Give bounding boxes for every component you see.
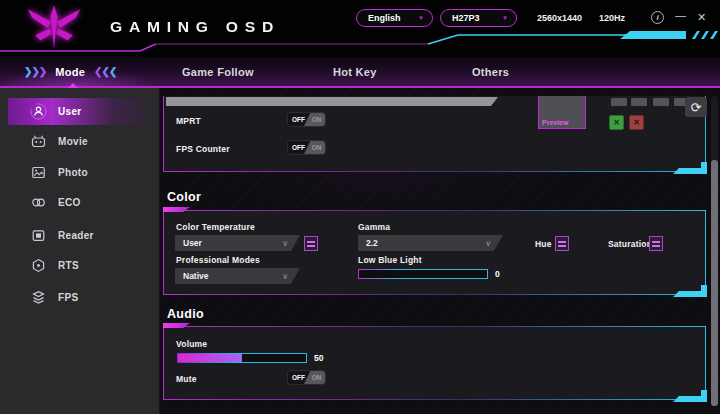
sidebar-item-label: FPS [58, 292, 78, 303]
professional-modes-label: Professional Modes [176, 255, 260, 265]
chevron-down-icon: ∨ [282, 239, 288, 248]
panel-display-settings: MPRT OFF ON FPS Counter OFF ON Preview ✕… [163, 96, 706, 172]
content-area: MPRT OFF ON FPS Counter OFF ON Preview ✕… [160, 88, 720, 414]
sidebar-item-label: Photo [58, 167, 88, 178]
chevron-down-icon: ▼ [502, 15, 508, 21]
rts-icon [30, 257, 47, 274]
mprt-toggle[interactable]: OFF ON [288, 113, 325, 126]
eco-icon [30, 194, 47, 211]
sidebar-item-label: User [58, 106, 81, 117]
sidebar-item-user[interactable]: User [0, 98, 160, 125]
cutoff-slider-bar[interactable] [166, 97, 498, 106]
color-section-heading: Color [167, 190, 201, 204]
low-blue-light-label: Low Blue Light [358, 255, 422, 265]
cutoff-button[interactable] [631, 98, 647, 106]
volume-value: 50 [314, 353, 323, 363]
scrollbar [711, 96, 718, 406]
hue-adjust-button[interactable] [555, 236, 569, 251]
panel-corner-accent [667, 282, 707, 297]
close-button[interactable]: ✕ [697, 11, 706, 24]
photo-icon [30, 164, 47, 181]
minimize-button[interactable]: — [675, 9, 686, 22]
nav-tabs: ❯❯❯ Mode ❮❮❮ Game Follow Hot Key Others [0, 57, 720, 88]
volume-slider[interactable] [177, 353, 307, 363]
mprt-label: MPRT [176, 116, 201, 126]
resolution-readout: 2560x1440 [537, 13, 582, 23]
panel-corner-accent [667, 159, 707, 174]
sidebar: User Movie Photo ECO [0, 88, 160, 414]
sidebar-item-movie[interactable]: Movie [0, 128, 160, 155]
mute-label: Mute [176, 374, 197, 384]
volume-label: Volume [176, 339, 207, 349]
panel-top-accent [163, 207, 190, 212]
gamma-value: 2.2 [366, 238, 378, 248]
sidebar-item-photo[interactable]: Photo [0, 159, 160, 186]
chevron-down-icon: ▼ [418, 15, 424, 21]
gaming-osd-window: GAMING OSD English ▼ H27P3 ▼ 2560x1440 1… [0, 0, 720, 414]
user-icon [30, 103, 47, 120]
scrollbar-thumb[interactable] [711, 160, 718, 406]
professional-modes-select[interactable]: Native ∨ [175, 268, 300, 284]
preview-label: Preview [542, 119, 568, 126]
preview-box: Preview [538, 96, 586, 129]
gamma-select[interactable]: 2.2 ∨ [358, 235, 503, 251]
fps-icon [30, 289, 47, 306]
panel-top-accent [163, 323, 190, 328]
language-value: English [368, 13, 401, 23]
cutoff-button[interactable] [653, 98, 669, 106]
color-temperature-label: Color Temperature [176, 222, 255, 232]
movie-icon [30, 133, 47, 150]
model-select[interactable]: H27P3 ▼ [440, 9, 517, 27]
cutoff-button[interactable] [611, 98, 627, 106]
cancel-red-x-button[interactable]: ✕ [629, 115, 644, 130]
tab-others[interactable]: Others [472, 57, 509, 86]
info-icon[interactable]: i [651, 11, 664, 24]
panel-audio: Volume 50 Mute OFF ON [163, 326, 706, 400]
tab-hot-key[interactable]: Hot Key [333, 57, 377, 86]
sidebar-item-reader[interactable]: Reader [0, 222, 160, 249]
panel-corner-accent [667, 387, 707, 402]
apply-green-x-button[interactable]: ✕ [609, 115, 624, 130]
panel-color: Color Temperature User ∨ Gamma 2.2 ∨ Hue… [163, 210, 706, 295]
tab-mode-label: Mode [55, 66, 85, 78]
audio-section-heading: Audio [167, 307, 204, 321]
refresh-icon[interactable]: ⟳ [685, 97, 707, 117]
slider-fill [178, 354, 242, 362]
sidebar-item-label: ECO [58, 197, 81, 208]
sidebar-item-label: RTS [58, 260, 79, 271]
hue-label: Hue [535, 239, 552, 249]
model-value: H27P3 [452, 13, 480, 23]
title-bar: GAMING OSD English ▼ H27P3 ▼ 2560x1440 1… [0, 0, 720, 57]
refresh-rate-readout: 120Hz [599, 13, 625, 23]
mute-toggle[interactable]: OFF ON [288, 371, 325, 384]
tab-game-follow[interactable]: Game Follow [182, 57, 254, 86]
sidebar-item-eco[interactable]: ECO [0, 189, 160, 216]
chevron-down-icon: ∨ [485, 239, 491, 248]
reader-icon [30, 227, 47, 244]
brand-logo-icon [22, 4, 86, 50]
fps-counter-toggle[interactable]: OFF ON [288, 141, 325, 154]
sidebar-item-label: Reader [58, 230, 94, 241]
app-title: GAMING OSD [110, 19, 280, 35]
sidebar-item-fps[interactable]: FPS [0, 284, 160, 311]
sidebar-item-label: Movie [58, 136, 88, 147]
saturation-label: Saturation [608, 239, 652, 249]
saturation-adjust-button[interactable] [649, 236, 663, 251]
low-blue-light-value: 0 [495, 269, 500, 279]
gamma-label: Gamma [358, 222, 390, 232]
color-temperature-adjust-button[interactable] [304, 236, 318, 251]
active-tab-right-arrows-icon: ❮❮❮ [94, 66, 116, 77]
chevron-down-icon: ∨ [282, 272, 288, 281]
color-temperature-select[interactable]: User ∨ [175, 235, 300, 251]
color-temperature-value: User [183, 238, 202, 248]
low-blue-light-slider[interactable] [358, 269, 488, 279]
professional-modes-value: Native [183, 271, 209, 281]
sidebar-item-rts[interactable]: RTS [0, 252, 160, 279]
active-tab-left-arrows-icon: ❯❯❯ [24, 66, 46, 77]
language-select[interactable]: English ▼ [356, 9, 433, 27]
tab-mode[interactable]: ❯❯❯ Mode ❮❮❮ [24, 57, 116, 86]
fps-counter-label: FPS Counter [176, 144, 230, 154]
